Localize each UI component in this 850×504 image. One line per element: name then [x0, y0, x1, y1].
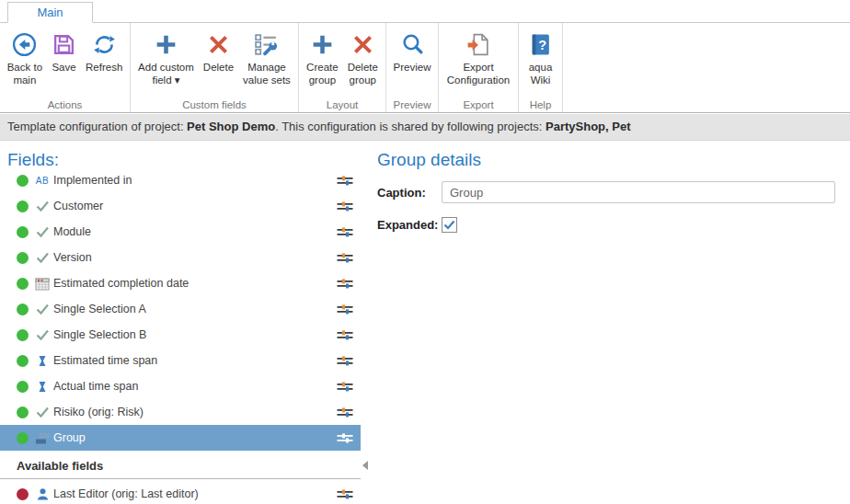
field-label: Estimated time span — [53, 354, 337, 367]
status-dot-green — [17, 175, 29, 187]
field-row-group[interactable]: Group — [0, 425, 361, 451]
ribbon-group-caption: Help — [519, 99, 562, 110]
delete-group-button[interactable]: Delete group — [343, 28, 383, 96]
ribbon-group-buttons: Add custom field ▾DeleteManage value set… — [131, 23, 298, 96]
field-row-estimated-time-span[interactable]: Estimated time span — [0, 348, 361, 373]
field-row-module[interactable]: Module — [0, 219, 361, 245]
drag-handle-icon[interactable] — [337, 329, 353, 341]
field-row-estimated-completion-date[interactable]: Estimated completion date — [0, 270, 361, 296]
text-field-type-icon: AB — [33, 176, 52, 186]
field-label: Estimated completion date — [53, 277, 337, 290]
field-label: Customer — [53, 200, 337, 212]
status-dot-red — [17, 488, 29, 500]
field-row-implemented-in[interactable]: ABImplemented in — [0, 167, 361, 193]
field-row-version[interactable]: Version — [0, 245, 361, 270]
ribbon-button-label: Refresh — [86, 61, 122, 74]
delete-icon — [350, 29, 375, 59]
ribbon-group-help: ?aqua WikiHelp — [519, 23, 563, 112]
info-middle: . This configuration is shared by follow… — [275, 120, 546, 133]
field-label: Last Editor (orig: Last editor) — [53, 487, 337, 500]
status-dot-green — [17, 355, 29, 367]
status-dot-green — [17, 407, 29, 418]
field-row-customer[interactable]: Customer — [0, 193, 361, 219]
drag-handle-icon[interactable] — [337, 407, 353, 418]
svg-text:?: ? — [538, 37, 546, 52]
check-icon — [33, 251, 52, 264]
refresh-button[interactable]: Refresh — [81, 28, 127, 96]
drag-handle-icon[interactable] — [337, 381, 353, 393]
status-dot-green — [17, 304, 29, 315]
ribbon-button-label: aqua Wiki — [529, 61, 553, 86]
field-row-last-editor-orig-last-editor[interactable]: Last Editor (orig: Last editor) — [0, 481, 361, 504]
export-configuration-button[interactable]: Export Configuration — [442, 28, 514, 96]
caption-input[interactable] — [442, 181, 835, 203]
drag-handle-icon[interactable] — [337, 304, 353, 315]
field-row-single-selection-a[interactable]: Single Selection A — [0, 296, 361, 322]
ribbon-group-buttons: Back to mainSaveRefresh — [0, 23, 130, 96]
ribbon-group-buttons: ?aqua Wiki — [519, 23, 562, 96]
field-row-actual-time-span[interactable]: Actual time span — [0, 373, 361, 399]
field-label: Group — [53, 431, 337, 444]
ribbon-tabbar: Main — [0, 0, 850, 23]
wiki-icon: ? — [528, 29, 553, 59]
back-icon — [12, 29, 37, 59]
app-window: Main Back to mainSaveRefreshActionsAdd c… — [0, 0, 850, 504]
collapse-splitter-icon[interactable] — [362, 461, 368, 470]
ribbon-group-preview: PreviewPreview — [386, 23, 439, 112]
expanded-checkbox[interactable] — [442, 217, 457, 233]
ribbon-button-label: Delete — [203, 61, 234, 74]
ribbon-group-caption: Export — [439, 99, 518, 110]
drag-handle-icon[interactable] — [337, 200, 353, 212]
ribbon-group-caption: Custom fields — [131, 99, 298, 110]
drag-handle-icon[interactable] — [337, 252, 353, 264]
timespan-icon — [33, 381, 52, 393]
status-dot-green — [17, 432, 29, 444]
check-icon — [33, 225, 52, 238]
tab-main[interactable]: Main — [7, 2, 93, 23]
delete-button[interactable]: Delete — [199, 28, 238, 96]
ribbon-group-buttons: Preview — [386, 23, 438, 96]
drag-handle-icon[interactable] — [337, 355, 353, 367]
refresh-icon — [92, 29, 117, 59]
field-label: Module — [53, 225, 337, 238]
field-row-single-selection-b[interactable]: Single Selection B — [0, 322, 361, 348]
expanded-form-row: Expanded: — [377, 217, 835, 233]
info-prefix: Template configuration of project: — [7, 120, 187, 133]
add-icon — [154, 29, 178, 59]
back-to-main-button[interactable]: Back to main — [3, 28, 47, 96]
caption-label: Caption: — [377, 186, 442, 200]
ribbon-group-buttons: Create groupDelete group — [299, 23, 385, 96]
preview-icon — [400, 29, 425, 59]
info-project-name: Pet Shop Demo — [187, 120, 275, 133]
create-group-button[interactable]: Create group — [302, 28, 343, 96]
manage-value-sets-button[interactable]: Manage value sets — [238, 28, 295, 96]
add-icon — [310, 29, 335, 59]
export-icon — [465, 29, 492, 59]
check-icon — [33, 303, 52, 315]
field-label: Version — [53, 251, 337, 264]
drag-handle-icon[interactable] — [337, 432, 353, 444]
field-label: Implemented in — [53, 174, 337, 187]
status-dot-green — [17, 381, 29, 393]
aqua-wiki-button[interactable]: ?aqua Wiki — [523, 28, 557, 96]
available-fields-list: Last Editor (orig: Last editor) — [0, 481, 361, 504]
preview-button[interactable]: Preview — [389, 28, 436, 96]
ribbon-group-export: Export ConfigurationExport — [439, 23, 519, 112]
ribbon-button-label: Delete group — [348, 61, 378, 86]
manage-icon — [254, 29, 279, 59]
field-label: Single Selection A — [53, 303, 337, 315]
add-custom-field-button[interactable]: Add custom field ▾ — [133, 28, 199, 96]
drag-handle-icon[interactable] — [337, 226, 353, 238]
check-icon — [33, 406, 52, 418]
delete-icon — [206, 29, 231, 59]
timespan-icon — [33, 355, 52, 367]
field-label: Risiko (orig: Risk) — [53, 406, 337, 418]
drag-handle-icon[interactable] — [337, 175, 353, 187]
ribbon-group-custom-fields: Add custom field ▾DeleteManage value set… — [131, 23, 299, 112]
calendar-icon — [33, 277, 52, 291]
save-button[interactable]: Save — [47, 28, 81, 96]
drag-handle-icon[interactable] — [337, 488, 353, 500]
field-row-risiko-orig-risk[interactable]: Risiko (orig: Risk) — [0, 399, 361, 425]
drag-handle-icon[interactable] — [337, 278, 353, 290]
ribbon-group-caption: Preview — [386, 99, 438, 110]
